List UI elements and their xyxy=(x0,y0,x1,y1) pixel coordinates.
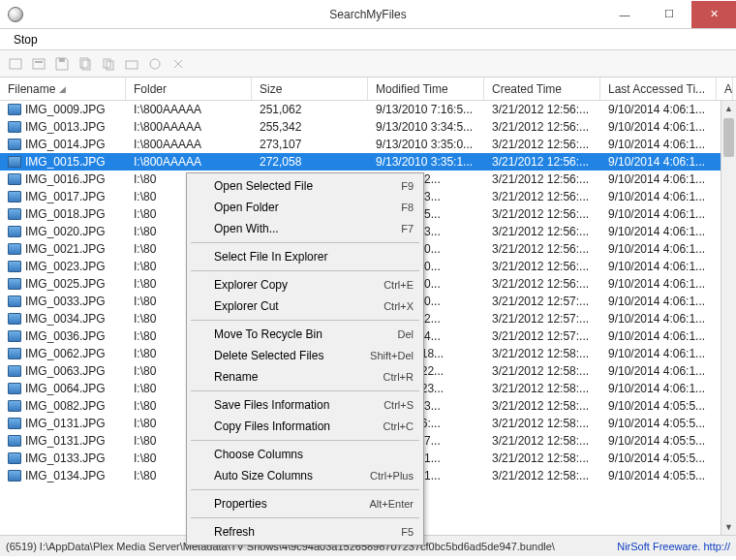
file-icon xyxy=(8,435,21,447)
scroll-thumb[interactable] xyxy=(723,118,734,157)
cell-filename: IMG_0020.JPG xyxy=(0,225,126,238)
scroll-down-icon[interactable]: ▼ xyxy=(721,519,736,535)
context-menu-shortcut: Del xyxy=(397,328,414,340)
svg-rect-2 xyxy=(35,61,43,63)
scroll-up-icon[interactable]: ▲ xyxy=(721,101,736,116)
cell-created: 3/21/2012 12:58:... xyxy=(484,417,600,430)
vertical-scrollbar[interactable]: ▲ ▼ xyxy=(721,101,736,535)
context-menu-shortcut: F5 xyxy=(401,526,414,538)
status-right[interactable]: NirSoft Freeware. http:// xyxy=(617,541,730,552)
cell-filename: IMG_0014.JPG xyxy=(0,138,126,151)
cell-accessed: 9/10/2014 4:05:5... xyxy=(600,469,717,482)
col-size[interactable]: Size xyxy=(252,78,368,100)
toolbar-btn-1[interactable] xyxy=(6,54,25,74)
context-menu-separator xyxy=(191,242,419,243)
context-menu-item[interactable]: Select File In Explorer xyxy=(189,246,421,267)
table-row[interactable]: IMG_0014.JPGI:\800AAAAA273,1079/13/2010 … xyxy=(0,136,736,153)
context-menu-item[interactable]: Open FolderF8 xyxy=(189,197,421,218)
context-menu-item[interactable]: Save Files InformationCtrl+S xyxy=(189,394,421,416)
close-button[interactable]: ✕ xyxy=(691,1,736,28)
cell-accessed: 9/10/2014 4:05:5... xyxy=(600,417,717,430)
menu-stop[interactable]: Stop xyxy=(6,31,46,48)
file-icon xyxy=(8,452,21,464)
cell-filename: IMG_0016.JPG xyxy=(0,172,126,186)
context-menu-item[interactable]: RefreshF5 xyxy=(189,521,421,543)
file-icon xyxy=(8,278,21,290)
context-menu-label: Save Files Information xyxy=(214,398,383,412)
col-modified[interactable]: Modified Time xyxy=(368,78,484,100)
toolbar-btn-7[interactable] xyxy=(145,54,165,74)
toolbar-btn-6[interactable] xyxy=(122,54,141,74)
context-menu-label: Open With... xyxy=(214,222,401,235)
file-icon xyxy=(8,104,21,115)
context-menu-item[interactable]: Choose Columns xyxy=(189,444,421,465)
context-menu-item[interactable]: Delete Selected FilesShift+Del xyxy=(189,345,421,366)
context-menu-item[interactable]: Open Selected FileF9 xyxy=(189,175,421,197)
cell-accessed: 9/10/2014 4:06:1... xyxy=(600,138,717,151)
context-menu-item[interactable]: Auto Size ColumnsCtrl+Plus xyxy=(189,465,421,486)
cell-filename: IMG_0064.JPG xyxy=(0,382,126,395)
copy-icon[interactable] xyxy=(99,54,118,74)
cell-accessed: 9/10/2014 4:06:1... xyxy=(600,103,717,116)
context-menu-item[interactable]: Copy Files InformationCtrl+C xyxy=(189,416,421,437)
cell-created: 3/21/2012 12:56:... xyxy=(484,155,600,169)
cell-filename: IMG_0033.JPG xyxy=(0,295,126,308)
svg-rect-0 xyxy=(10,59,21,69)
cell-filename: IMG_0131.JPG xyxy=(0,417,126,430)
table-row[interactable]: IMG_0015.JPGI:\800AAAAA272,0589/13/2010 … xyxy=(0,153,736,171)
context-menu-label: Open Folder xyxy=(214,201,401,214)
context-menu-item[interactable]: Explorer CutCtrl+X xyxy=(189,296,421,317)
sort-indicator-icon: ◢ xyxy=(59,84,66,94)
toolbar-btn-8[interactable] xyxy=(169,54,188,74)
cell-created: 3/21/2012 12:56:... xyxy=(484,225,600,238)
cell-accessed: 9/10/2014 4:06:1... xyxy=(600,329,717,343)
col-folder[interactable]: Folder xyxy=(126,78,252,100)
context-menu-shortcut: Shift+Del xyxy=(370,350,414,361)
cell-created: 3/21/2012 12:56:... xyxy=(484,242,600,256)
svg-point-9 xyxy=(150,59,160,69)
cell-created: 3/21/2012 12:56:... xyxy=(484,103,600,116)
maximize-button[interactable]: ☐ xyxy=(647,1,691,28)
table-header: Filename◢ Folder Size Modified Time Crea… xyxy=(0,78,736,101)
cell-accessed: 9/10/2014 4:06:1... xyxy=(600,242,717,256)
cell-created: 3/21/2012 12:56:... xyxy=(484,207,600,221)
file-icon xyxy=(8,226,21,237)
cell-accessed: 9/10/2014 4:06:1... xyxy=(600,382,717,395)
col-filename[interactable]: Filename◢ xyxy=(0,78,126,100)
cell-filename: IMG_0082.JPG xyxy=(0,399,126,413)
save-icon[interactable] xyxy=(52,54,72,74)
cell-accessed: 9/10/2014 4:06:1... xyxy=(600,295,717,308)
context-menu-item[interactable]: PropertiesAlt+Enter xyxy=(189,493,421,514)
menubar: Stop xyxy=(0,29,736,50)
cell-accessed: 9/10/2014 4:05:5... xyxy=(600,434,717,448)
toolbar-btn-2[interactable] xyxy=(29,54,48,74)
cell-folder: I:\800AAAAA xyxy=(126,155,252,169)
cell-created: 3/21/2012 12:58:... xyxy=(484,382,600,395)
file-icon xyxy=(8,313,21,325)
context-menu-item[interactable]: RenameCtrl+R xyxy=(189,366,421,388)
cell-modified: 9/13/2010 3:35:1... xyxy=(368,155,484,169)
cell-filename: IMG_0133.JPG xyxy=(0,451,126,465)
toolbar-btn-4[interactable] xyxy=(76,54,95,74)
context-menu-item[interactable]: Explorer CopyCtrl+E xyxy=(189,274,421,296)
context-menu-label: Select File In Explorer xyxy=(214,250,414,264)
col-extra[interactable]: A xyxy=(717,78,733,100)
context-menu-item[interactable]: Move To Recycle BinDel xyxy=(189,324,421,345)
cell-accessed: 9/10/2014 4:05:5... xyxy=(600,451,717,465)
context-menu-shortcut: F7 xyxy=(401,223,414,234)
col-accessed[interactable]: Last Accessed Ti... xyxy=(600,78,717,100)
svg-rect-1 xyxy=(33,59,45,69)
cell-folder: I:\800AAAAA xyxy=(126,138,252,151)
minimize-button[interactable]: — xyxy=(602,1,647,28)
cell-filename: IMG_0134.JPG xyxy=(0,469,126,482)
table-row[interactable]: IMG_0009.JPGI:\800AAAAA251,0629/13/2010 … xyxy=(0,101,736,118)
context-menu-shortcut: Alt+Enter xyxy=(369,498,414,510)
cell-accessed: 9/10/2014 4:06:1... xyxy=(600,260,717,273)
cell-filename: IMG_0131.JPG xyxy=(0,434,126,448)
file-icon xyxy=(8,348,21,359)
col-created[interactable]: Created Time xyxy=(484,78,600,100)
context-menu-item[interactable]: Open With...F7 xyxy=(189,218,421,239)
cell-accessed: 9/10/2014 4:06:1... xyxy=(600,207,717,221)
table-row[interactable]: IMG_0013.JPGI:\800AAAAA255,3429/13/2010 … xyxy=(0,118,736,136)
cell-filename: IMG_0017.JPG xyxy=(0,190,126,203)
